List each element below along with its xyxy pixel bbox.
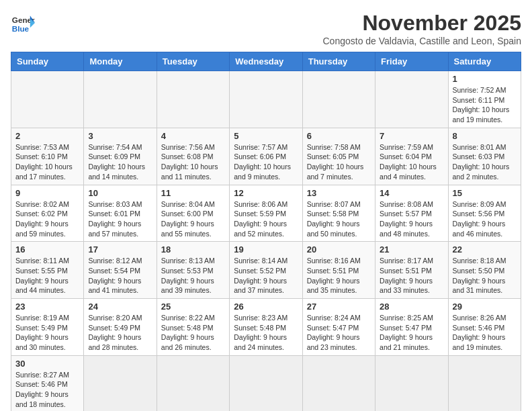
calendar-cell <box>448 355 521 411</box>
day-number: 18 <box>161 244 225 255</box>
day-number: 24 <box>88 302 152 312</box>
calendar-cell: 24Sunrise: 8:20 AMSunset: 5:49 PMDayligh… <box>84 299 157 356</box>
header: General Blue November 2025 Congosto de V… <box>11 11 521 46</box>
calendar-cell: 6Sunrise: 7:58 AMSunset: 6:05 PMDaylight… <box>302 128 375 185</box>
weekday-header-wednesday: Wednesday <box>230 52 302 71</box>
day-number: 5 <box>234 131 298 141</box>
day-number: 6 <box>307 131 371 141</box>
calendar-cell: 16Sunrise: 8:11 AMSunset: 5:55 PMDayligh… <box>11 242 84 299</box>
calendar-cell: 3Sunrise: 7:54 AMSunset: 6:09 PMDaylight… <box>84 128 157 185</box>
day-info: Sunrise: 7:52 AMSunset: 6:11 PMDaylight:… <box>453 85 517 125</box>
weekday-header-saturday: Saturday <box>448 52 521 71</box>
day-number: 16 <box>15 244 79 255</box>
calendar-cell: 7Sunrise: 7:59 AMSunset: 6:04 PMDaylight… <box>375 128 448 185</box>
day-info: Sunrise: 8:01 AMSunset: 6:03 PMDaylight:… <box>453 142 517 182</box>
day-number: 12 <box>234 188 298 198</box>
calendar-cell <box>84 355 157 411</box>
calendar-cell: 10Sunrise: 8:03 AMSunset: 6:01 PMDayligh… <box>84 185 157 242</box>
day-info: Sunrise: 8:04 AMSunset: 6:00 PMDaylight:… <box>161 199 225 239</box>
day-info: Sunrise: 8:16 AMSunset: 5:51 PMDaylight:… <box>307 256 371 295</box>
calendar-cell: 21Sunrise: 8:17 AMSunset: 5:51 PMDayligh… <box>375 242 448 299</box>
calendar-cell <box>302 71 375 128</box>
day-number: 4 <box>161 131 225 141</box>
week-row-6: 30Sunrise: 8:27 AMSunset: 5:46 PMDayligh… <box>11 355 521 411</box>
day-number: 14 <box>380 188 443 198</box>
day-info: Sunrise: 7:54 AMSunset: 6:09 PMDaylight:… <box>88 142 152 182</box>
day-info: Sunrise: 8:22 AMSunset: 5:48 PMDaylight:… <box>161 313 225 353</box>
day-number: 15 <box>453 188 517 198</box>
day-info: Sunrise: 8:17 AMSunset: 5:51 PMDaylight:… <box>380 256 443 295</box>
calendar-cell: 15Sunrise: 8:09 AMSunset: 5:56 PMDayligh… <box>448 185 521 242</box>
day-info: Sunrise: 8:20 AMSunset: 5:49 PMDaylight:… <box>88 313 152 353</box>
calendar-cell: 5Sunrise: 7:57 AMSunset: 6:06 PMDaylight… <box>230 128 302 185</box>
calendar-cell: 9Sunrise: 8:02 AMSunset: 6:02 PMDaylight… <box>11 185 84 242</box>
day-number: 7 <box>380 131 443 141</box>
calendar-cell <box>157 355 229 411</box>
day-number: 13 <box>307 188 371 198</box>
logo: General Blue <box>11 11 35 35</box>
calendar-cell: 26Sunrise: 8:23 AMSunset: 5:48 PMDayligh… <box>230 299 302 356</box>
day-info: Sunrise: 8:06 AMSunset: 5:59 PMDaylight:… <box>234 199 298 239</box>
calendar-cell: 8Sunrise: 8:01 AMSunset: 6:03 PMDaylight… <box>448 128 521 185</box>
subtitle: Congosto de Valdavia, Castille and Leon,… <box>323 36 522 46</box>
day-number: 19 <box>234 244 298 255</box>
calendar-cell <box>375 71 448 128</box>
day-info: Sunrise: 8:13 AMSunset: 5:53 PMDaylight:… <box>161 256 225 295</box>
day-number: 25 <box>161 302 225 312</box>
week-row-3: 9Sunrise: 8:02 AMSunset: 6:02 PMDaylight… <box>11 185 521 242</box>
day-info: Sunrise: 7:56 AMSunset: 6:08 PMDaylight:… <box>161 142 225 182</box>
day-info: Sunrise: 8:07 AMSunset: 5:58 PMDaylight:… <box>307 199 371 239</box>
day-number: 20 <box>307 244 371 255</box>
weekday-header-sunday: Sunday <box>11 52 84 71</box>
day-number: 2 <box>15 131 79 141</box>
day-info: Sunrise: 8:19 AMSunset: 5:49 PMDaylight:… <box>15 313 79 353</box>
calendar-cell: 4Sunrise: 7:56 AMSunset: 6:08 PMDaylight… <box>157 128 229 185</box>
calendar-cell <box>230 355 302 411</box>
day-number: 10 <box>88 188 152 198</box>
calendar-cell: 19Sunrise: 8:14 AMSunset: 5:52 PMDayligh… <box>230 242 302 299</box>
weekday-header-friday: Friday <box>375 52 448 71</box>
calendar-cell: 29Sunrise: 8:26 AMSunset: 5:46 PMDayligh… <box>448 299 521 356</box>
calendar-cell <box>302 355 375 411</box>
svg-text:Blue: Blue <box>12 24 30 33</box>
day-info: Sunrise: 8:26 AMSunset: 5:46 PMDaylight:… <box>453 313 517 353</box>
calendar-cell <box>230 71 302 128</box>
day-number: 1 <box>453 74 517 84</box>
day-number: 27 <box>307 302 371 312</box>
day-number: 8 <box>453 131 517 141</box>
day-info: Sunrise: 8:02 AMSunset: 6:02 PMDaylight:… <box>15 199 79 239</box>
day-number: 26 <box>234 302 298 312</box>
calendar-cell: 2Sunrise: 7:53 AMSunset: 6:10 PMDaylight… <box>11 128 84 185</box>
day-info: Sunrise: 8:09 AMSunset: 5:56 PMDaylight:… <box>453 199 517 239</box>
calendar-cell: 13Sunrise: 8:07 AMSunset: 5:58 PMDayligh… <box>302 185 375 242</box>
day-info: Sunrise: 8:14 AMSunset: 5:52 PMDaylight:… <box>234 256 298 295</box>
calendar-cell: 17Sunrise: 8:12 AMSunset: 5:54 PMDayligh… <box>84 242 157 299</box>
title-area: November 2025 Congosto de Valdavia, Cast… <box>323 11 522 46</box>
week-row-5: 23Sunrise: 8:19 AMSunset: 5:49 PMDayligh… <box>11 299 521 356</box>
day-info: Sunrise: 8:12 AMSunset: 5:54 PMDaylight:… <box>88 256 152 295</box>
weekday-header-row: SundayMondayTuesdayWednesdayThursdayFrid… <box>11 52 521 71</box>
day-info: Sunrise: 8:24 AMSunset: 5:47 PMDaylight:… <box>307 313 371 353</box>
logo-icon: General Blue <box>11 11 35 35</box>
weekday-header-thursday: Thursday <box>302 52 375 71</box>
day-info: Sunrise: 8:18 AMSunset: 5:50 PMDaylight:… <box>453 256 517 295</box>
day-number: 30 <box>15 359 79 369</box>
day-info: Sunrise: 7:58 AMSunset: 6:05 PMDaylight:… <box>307 142 371 182</box>
calendar-cell: 1Sunrise: 7:52 AMSunset: 6:11 PMDaylight… <box>448 71 521 128</box>
day-info: Sunrise: 8:23 AMSunset: 5:48 PMDaylight:… <box>234 313 298 353</box>
calendar-cell: 12Sunrise: 8:06 AMSunset: 5:59 PMDayligh… <box>230 185 302 242</box>
calendar-cell <box>11 71 84 128</box>
day-info: Sunrise: 7:53 AMSunset: 6:10 PMDaylight:… <box>15 142 79 182</box>
calendar-cell <box>84 71 157 128</box>
weekday-header-monday: Monday <box>84 52 157 71</box>
calendar-cell: 18Sunrise: 8:13 AMSunset: 5:53 PMDayligh… <box>157 242 229 299</box>
day-info: Sunrise: 7:57 AMSunset: 6:06 PMDaylight:… <box>234 142 298 182</box>
day-number: 29 <box>453 302 517 312</box>
day-number: 21 <box>380 244 443 255</box>
day-info: Sunrise: 8:27 AMSunset: 5:46 PMDaylight:… <box>15 370 79 410</box>
weekday-header-tuesday: Tuesday <box>157 52 229 71</box>
calendar-cell: 23Sunrise: 8:19 AMSunset: 5:49 PMDayligh… <box>11 299 84 356</box>
calendar-cell <box>157 71 229 128</box>
calendar-cell: 28Sunrise: 8:25 AMSunset: 5:47 PMDayligh… <box>375 299 448 356</box>
day-info: Sunrise: 7:59 AMSunset: 6:04 PMDaylight:… <box>380 142 443 182</box>
